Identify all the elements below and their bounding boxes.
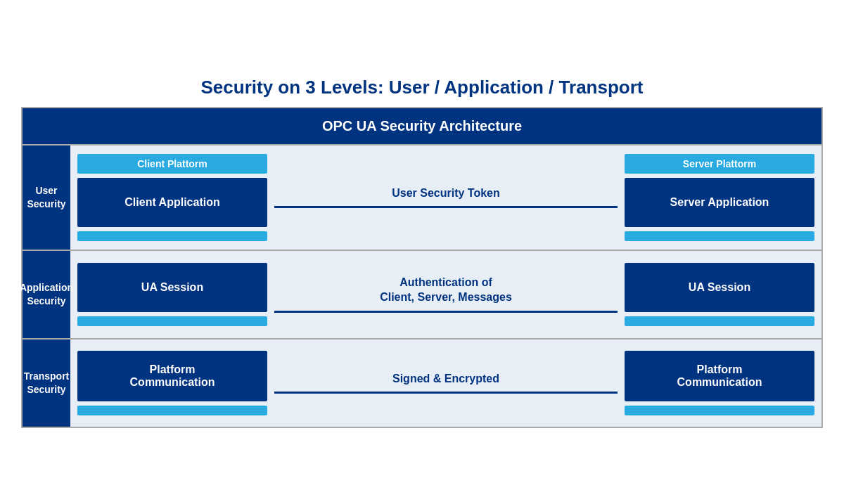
outer-box: OPC UA Security Architecture User Securi… [21,107,823,428]
left-col-application-security: UA Session [77,263,267,326]
arrow-transport-security [274,392,618,394]
row-application-security: Application SecurityUA SessionAuthentica… [23,250,821,338]
left-bar-user-security [77,231,267,241]
main-title: Security on 3 Levels: User / Application… [201,77,644,98]
left-main-box-application-security: UA Session [77,263,267,312]
right-main-box-user-security: Server Application [625,178,814,227]
left-main-box-transport-security: Platform Communication [77,351,267,401]
left-platform-header-user-security: Client Plattorm [77,154,267,174]
content-transport-security: Platform CommunicationSigned & Encrypted… [70,340,821,427]
left-main-box-user-security: Client Application [77,178,267,227]
right-main-box-application-security: UA Session [625,263,814,312]
arrow-container-user-security [274,206,618,208]
label-application-security: Application Security [23,251,70,338]
middle-label-user-security: User Security Token [392,186,500,201]
right-col-transport-security: Platform Communication [625,351,814,415]
row-transport-security: Transport SecurityPlatform Communication… [23,338,821,427]
left-bar-application-security [77,316,267,326]
label-transport-security: Transport Security [23,340,70,427]
right-bar-application-security [625,316,814,326]
right-bar-transport-security [625,406,814,415]
middle-label-transport-security: Signed & Encrypted [392,372,499,387]
right-col-user-security: Server PlattormServer Application [625,154,814,241]
page-wrapper: Security on 3 Levels: User / Application… [21,77,823,428]
middle-col-transport-security: Signed & Encrypted [267,348,625,418]
left-col-user-security: Client PlattormClient Application [77,154,267,241]
right-col-application-security: UA Session [625,263,814,326]
rows-area: User SecurityClient PlattormClient Appli… [23,144,821,427]
right-platform-header-user-security: Server Plattorm [625,154,814,174]
middle-label-application-security: Authentication of Client, Server, Messag… [380,276,512,305]
left-col-transport-security: Platform Communication [77,351,267,415]
arrow-application-security [274,311,618,313]
arrow-container-application-security [274,311,618,313]
content-application-security: UA SessionAuthentication of Client, Serv… [70,251,821,338]
label-user-security: User Security [23,146,70,250]
arrow-user-security [274,206,618,208]
arch-header: OPC UA Security Architecture [23,108,821,144]
content-user-security: Client PlattormClient ApplicationUser Se… [70,146,821,250]
row-user-security: User SecurityClient PlattormClient Appli… [23,144,821,250]
middle-col-application-security: Authentication of Client, Server, Messag… [267,259,625,330]
right-main-box-transport-security: Platform Communication [625,351,814,401]
arrow-container-transport-security [274,392,618,394]
right-bar-user-security [625,231,814,241]
left-bar-transport-security [77,406,267,415]
middle-col-user-security: User Security Token [267,162,625,233]
